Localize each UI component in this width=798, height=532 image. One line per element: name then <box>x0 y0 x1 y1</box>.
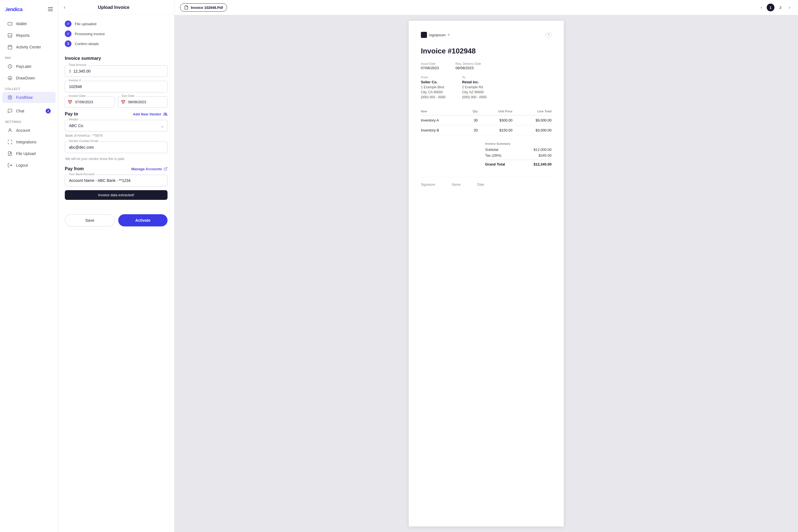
manage-accounts-button[interactable]: Manage Accounts <box>131 167 168 171</box>
step-1-label: File uploaded <box>75 22 96 26</box>
add-person-icon <box>163 112 168 116</box>
svg-point-9 <box>9 129 11 130</box>
item-qty: 30 <box>465 115 478 126</box>
sidebar-item-label: Activity Center <box>16 45 41 49</box>
vendor-email-field: Vendor Contact Email <box>65 141 168 153</box>
upload-title: Upload Invoice <box>69 5 159 10</box>
req-delivery-label: Req. Delivery Date <box>456 62 481 65</box>
sidebar-item-file-upload[interactable]: File Upload <box>2 148 56 159</box>
total-amount-input-container[interactable]: $ <box>65 65 168 77</box>
pay-from-heading: Pay from <box>65 166 83 171</box>
invoice-date-label: Invoice Date <box>68 94 87 97</box>
pdf-panel: Invoice 102948.Pdf ‹ 1 2 › logoipsum <box>174 0 798 532</box>
table-row: Inventory A 30 $300.00 $9,000.00 <box>421 115 552 126</box>
sidebar-item-logout[interactable]: Logout <box>2 160 56 171</box>
sidebar-item-drawdown[interactable]: DrawDown <box>2 73 56 83</box>
tax-row: Tax (28%) $345.00 <box>485 153 552 157</box>
activate-button[interactable]: Activate <box>118 214 168 226</box>
invoice-document: logoipsum ® ? Invoice #102948 Issue Date… <box>409 21 564 527</box>
due-date-field: Due Date 📅 <box>118 96 168 108</box>
calendar-icon-1: 📅 <box>68 100 72 104</box>
back-button[interactable]: ‹ <box>64 4 66 10</box>
sidebar-item-fundnow[interactable]: FundNow <box>2 92 56 103</box>
invoice-doc-header: logoipsum ® ? <box>421 32 552 38</box>
col-line-total: Line Total <box>513 108 552 115</box>
manage-accounts-label: Manage Accounts <box>131 167 162 171</box>
sidebar-item-account[interactable]: Account <box>2 125 56 136</box>
sidebar-item-paylater[interactable]: PayLater <box>2 61 56 72</box>
invoice-parties: From Seller Co. 1 Example BlvdCity, CA 9… <box>421 76 552 100</box>
bank-account-field: Your Bank Account <box>65 175 168 186</box>
grand-total-value: $12,345.00 <box>534 162 552 166</box>
sidebar-item-label: FundNow <box>16 95 33 100</box>
vendor-email-hint: We will let your vendor know this is pai… <box>65 157 168 161</box>
signature-label: Signature <box>421 183 435 187</box>
invoice-logo: logoipsum ® <box>421 32 450 38</box>
add-vendor-button[interactable]: Add New Vendor <box>133 112 168 116</box>
pdf-page-2-button[interactable]: 2 <box>777 4 784 11</box>
sidebar-item-label: Wallet <box>16 22 26 26</box>
help-icon[interactable]: ? <box>545 32 552 38</box>
from-name: Seller Co. <box>421 80 446 84</box>
sidebar-item-wallet[interactable]: Wallet <box>2 18 56 29</box>
vendor-email-label: Vendor Contact Email <box>68 139 99 142</box>
subtotal-row: Subtotal $12,000.00 <box>485 148 552 152</box>
logo-icon <box>421 32 427 38</box>
hamburger-icon[interactable] <box>48 7 53 13</box>
sidebar-item-chat[interactable]: Chat 2 <box>2 106 56 116</box>
invoice-summary-table: Invoice Summary Subtotal $12,000.00 Tax … <box>485 142 552 168</box>
pay-to-header: Pay to Add New Vendor <box>65 112 168 116</box>
bank-info-text: Bank of America - **5678 <box>65 134 168 137</box>
grand-total-label: Grand Total <box>485 162 505 166</box>
calendar-icon-2: 📅 <box>121 100 126 104</box>
to-name: Retail Inc. <box>462 80 487 84</box>
pdf-prev-button[interactable]: ‹ <box>758 4 764 11</box>
reports-icon <box>7 33 13 38</box>
step-2-label: Processing invoice <box>75 32 105 36</box>
invoice-number-label: Invoice # <box>68 79 82 82</box>
sidebar-item-label: Account <box>16 128 30 133</box>
total-amount-input[interactable] <box>73 69 163 73</box>
bank-account-input[interactable] <box>65 175 168 186</box>
tooltip-banner: Invoice data extracted! <box>65 190 168 200</box>
total-amount-label: Total Amount <box>68 63 88 66</box>
step-3: 3 Confirm details <box>65 40 168 47</box>
col-qty: Qty <box>465 108 478 115</box>
vendor-label: Vendor <box>68 118 79 121</box>
sidebar-item-activity-center[interactable]: Activity Center <box>2 41 56 53</box>
logout-icon <box>7 163 13 168</box>
settings-section-label: Settings <box>0 117 58 125</box>
subtotal-label: Subtotal <box>485 148 498 152</box>
sidebar-item-label: Integrations <box>16 140 36 144</box>
invoice-meta-row: Issue Date 07/06/2023 Req. Delivery Date… <box>421 62 552 70</box>
req-delivery-col: Req. Delivery Date 08/08/2023 <box>456 62 481 70</box>
form-area: Invoice summary Total Amount $ Invoice # <box>58 50 174 210</box>
bank-account-label: Your Bank Account <box>68 172 95 176</box>
collect-section-label: Collect <box>0 84 58 92</box>
date-col: Date <box>477 183 484 187</box>
pdf-filename: Invoice 102948.Pdf <box>191 5 223 10</box>
name-col: Name <box>451 183 461 187</box>
sidebar-item-integrations[interactable]: Integrations <box>2 136 56 148</box>
paylater-icon <box>7 64 13 69</box>
invoice-number-input[interactable] <box>65 81 168 92</box>
pdf-page-1-button[interactable]: 1 <box>767 4 775 11</box>
vendor-select-input[interactable]: ABC Co. <box>65 120 168 132</box>
invoice-number: Invoice #102948 <box>421 47 552 55</box>
sidebar: .lendica Wallet Reports Activity Center … <box>0 0 58 532</box>
sidebar-item-label: Chat <box>16 109 24 113</box>
to-party: To Retail Inc. 2 Example RdCity, AZ 9000… <box>462 76 487 100</box>
sidebar-item-label: PayLater <box>16 64 32 69</box>
sidebar-item-reports[interactable]: Reports <box>2 30 56 41</box>
pdf-next-button[interactable]: › <box>787 4 793 11</box>
step-2: ✓ Processing invoice <box>65 31 168 37</box>
save-button[interactable]: Save <box>65 214 115 226</box>
vendor-email-input[interactable] <box>65 141 168 153</box>
item-unit-price: $150.00 <box>478 126 512 135</box>
from-address: 1 Example BlvdCity, CA 90000(000) 000 - … <box>421 85 446 100</box>
integrations-icon <box>7 139 13 145</box>
name-label: Name <box>451 183 461 187</box>
from-label: From <box>421 76 446 79</box>
item-line-total: $3,000.00 <box>513 126 552 135</box>
date-label: Date <box>477 183 484 187</box>
